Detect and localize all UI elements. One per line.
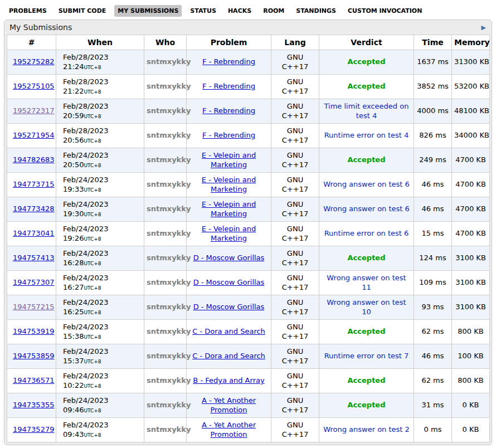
- problem-link[interactable]: E - Velepin and Marketing: [202, 225, 256, 242]
- submission-clock-time: 09:46: [63, 406, 84, 414]
- submission-id-link[interactable]: 195271954: [13, 131, 54, 139]
- submission-id-link[interactable]: 194773041: [13, 229, 54, 237]
- submission-date: Feb/24/2023: [63, 200, 108, 208]
- submission-author[interactable]: sntmxykky: [144, 344, 187, 369]
- submission-author[interactable]: sntmxykky: [144, 148, 187, 173]
- submission-date: Feb/28/2023: [63, 126, 108, 135]
- submission-lang-text: GNU C++17: [281, 347, 310, 366]
- nav-item-problems[interactable]: PROBLEMS: [6, 5, 50, 17]
- contest-nav: PROBLEMSSUBMIT CODEMY SUBMISSIONSSTATUSH…: [0, 0, 496, 18]
- problem-link[interactable]: E - Velepin and Marketing: [202, 200, 256, 218]
- problem-link[interactable]: C - Dora and Search: [192, 352, 265, 360]
- submission-author[interactable]: sntmxykky: [144, 99, 187, 124]
- submission-row: 194782683 Feb/24/2023 20:50UTC+8 sntmxyk…: [7, 148, 490, 173]
- submission-author[interactable]: sntmxykky: [144, 271, 187, 295]
- timezone-label: UTC+8: [84, 163, 101, 168]
- submission-id-link[interactable]: 194757307: [13, 278, 54, 286]
- verdict-text: Accepted: [348, 376, 386, 384]
- nav-item-hacks[interactable]: HACKS: [225, 5, 255, 17]
- submission-memory: 3100 KB: [452, 271, 490, 295]
- submission-id-link[interactable]: 194757413: [13, 254, 54, 262]
- column-header-id: #: [7, 35, 56, 50]
- nav-item-standings[interactable]: STANDINGS: [293, 5, 339, 17]
- timezone-label: UTC+8: [84, 212, 101, 217]
- submission-id-link[interactable]: 194753919: [13, 327, 54, 335]
- submission-lang: GNU C++17: [271, 246, 319, 271]
- submission-row: 194736571 Feb/24/2023 10:22UTC+8 sntmxyk…: [7, 369, 490, 393]
- submission-lang-text: GNU C++17: [281, 274, 310, 293]
- submission-when: Feb/24/2023 09:43UTC+8: [56, 418, 144, 442]
- problem-link[interactable]: C - Dora and Search: [192, 327, 265, 335]
- submission-author[interactable]: sntmxykky: [144, 418, 187, 442]
- problem-link[interactable]: A - Yet Another Promotion: [202, 421, 256, 439]
- submissions-body: 195275282 Feb/28/2023 21:24UTC+8 sntmxyk…: [7, 50, 490, 442]
- submission-author[interactable]: sntmxykky: [144, 50, 187, 75]
- expand-arrow-icon[interactable]: ▶: [482, 24, 486, 31]
- submission-clock-time: 09:43: [63, 430, 84, 439]
- problem-link[interactable]: D - Moscow Gorillas: [193, 254, 265, 262]
- submission-id-link[interactable]: 194782683: [13, 155, 54, 164]
- submission-clock-time: 20:50: [63, 160, 84, 169]
- submission-id-link[interactable]: 194735355: [13, 401, 54, 409]
- submission-clock-time: 19:30: [63, 210, 84, 218]
- submission-clock-time: 21:22: [63, 87, 84, 95]
- nav-item-status[interactable]: STATUS: [187, 5, 220, 17]
- problem-link[interactable]: F - Rebrending: [202, 106, 255, 115]
- submission-when: Feb/24/2023 16:27UTC+8: [56, 271, 144, 295]
- timezone-label: UTC+8: [84, 89, 101, 95]
- submission-exec-time: 62 ms: [414, 320, 452, 344]
- submission-when: Feb/24/2023 15:37UTC+8: [56, 344, 144, 369]
- nav-item-room[interactable]: ROOM: [260, 5, 288, 17]
- submission-id-link[interactable]: 194773715: [13, 180, 54, 188]
- submission-lang-text: GNU C++17: [281, 249, 310, 268]
- submission-id-link[interactable]: 194735279: [13, 425, 54, 434]
- submission-memory: 31300 KB: [452, 50, 490, 75]
- submission-when: Feb/28/2023 21:22UTC+8: [56, 75, 144, 99]
- problem-link[interactable]: A - Yet Another Promotion: [202, 396, 256, 414]
- submission-row: 194753919 Feb/24/2023 15:38UTC+8 sntmxyk…: [7, 320, 490, 344]
- submission-id-link[interactable]: 194773428: [13, 204, 54, 213]
- submission-author[interactable]: sntmxykky: [144, 295, 187, 320]
- nav-item-submit-code[interactable]: SUBMIT CODE: [55, 5, 110, 17]
- submission-author[interactable]: sntmxykky: [144, 222, 187, 246]
- submission-row: 194773715 Feb/24/2023 19:33UTC+8 sntmxyk…: [7, 173, 490, 197]
- submission-author[interactable]: sntmxykky: [144, 369, 187, 393]
- submission-author[interactable]: sntmxykky: [144, 197, 187, 222]
- submission-author[interactable]: sntmxykky: [144, 246, 187, 271]
- problem-link[interactable]: E - Velepin and Marketing: [202, 176, 256, 193]
- verdict-text: Accepted: [348, 82, 386, 90]
- verdict-text: Accepted: [348, 57, 386, 66]
- submission-row: 195272317 Feb/28/2023 20:59UTC+8 sntmxyk…: [7, 99, 490, 124]
- column-header-when: When: [56, 35, 144, 50]
- column-header-who: Who: [144, 35, 187, 50]
- submission-author[interactable]: sntmxykky: [144, 124, 187, 148]
- submission-date: Feb/28/2023: [63, 77, 108, 86]
- submission-id-link[interactable]: 195275105: [13, 82, 54, 90]
- submission-exec-time: 3852 ms: [414, 75, 452, 99]
- problem-link[interactable]: F - Rebrending: [202, 57, 255, 66]
- submission-lang: GNU C++17: [271, 320, 319, 344]
- submission-author[interactable]: sntmxykky: [144, 173, 187, 197]
- submission-author[interactable]: sntmxykky: [144, 393, 187, 418]
- submission-id-link[interactable]: 195275282: [13, 57, 54, 66]
- submission-row: 195275105 Feb/28/2023 21:22UTC+8 sntmxyk…: [7, 75, 490, 99]
- submission-author[interactable]: sntmxykky: [144, 75, 187, 99]
- nav-item-custom-invocation[interactable]: CUSTOM INVOCATION: [344, 5, 425, 17]
- problem-link[interactable]: D - Moscow Gorillas: [193, 278, 265, 286]
- submission-id-link[interactable]: 194757215: [13, 303, 54, 311]
- submission-date: Feb/24/2023: [63, 347, 108, 356]
- problem-link[interactable]: D - Moscow Gorillas: [193, 303, 265, 311]
- problem-link[interactable]: B - Fedya and Array: [193, 376, 264, 384]
- submission-lang-text: GNU C++17: [281, 298, 310, 317]
- submission-id-link[interactable]: 194753859: [13, 352, 54, 360]
- submission-lang: GNU C++17: [271, 50, 319, 75]
- problem-link[interactable]: E - Velepin and Marketing: [202, 151, 256, 169]
- submission-author[interactable]: sntmxykky: [144, 320, 187, 344]
- submission-id-link[interactable]: 194736571: [13, 376, 54, 384]
- submission-id-link[interactable]: 195272317: [13, 106, 54, 115]
- submission-clock-time: 20:59: [63, 111, 84, 120]
- problem-link[interactable]: F - Rebrending: [202, 82, 255, 90]
- nav-item-my-submissions[interactable]: MY SUBMISSIONS: [114, 5, 182, 17]
- timezone-label: UTC+8: [84, 236, 101, 242]
- problem-link[interactable]: F - Rebrending: [202, 131, 255, 139]
